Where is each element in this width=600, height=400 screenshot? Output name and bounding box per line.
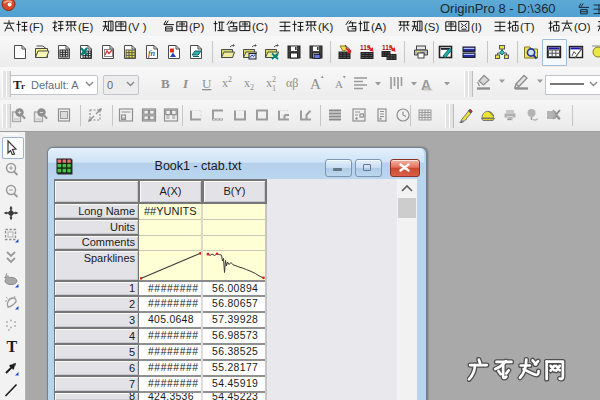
svg-text:(A): (A): [371, 21, 387, 33]
svg-text:(E): (E): [78, 21, 94, 33]
svg-text:B: B: [161, 76, 170, 91]
svg-text:2: 2: [250, 83, 254, 92]
svg-text:(F): (F): [29, 21, 44, 33]
svg-text:I: I: [182, 76, 189, 91]
svg-text:(C): (C): [252, 21, 268, 33]
svg-text:1: 1: [272, 84, 276, 93]
svg-text:(O): (O): [574, 21, 591, 33]
svg-text:A: A: [310, 76, 321, 92]
svg-text:A: A: [335, 78, 343, 90]
svg-text:(V ): (V ): [128, 21, 147, 33]
svg-text:(I): (I): [471, 21, 482, 33]
svg-text:U: U: [202, 76, 212, 91]
svg-text:T: T: [6, 338, 17, 354]
svg-text:(K): (K): [318, 21, 334, 33]
svg-text:2: 2: [228, 75, 232, 84]
svg-text:0: 0: [107, 79, 113, 91]
svg-text:(S): (S): [424, 21, 440, 33]
svg-text:fn: fn: [148, 48, 156, 58]
svg-text:r: r: [21, 81, 25, 91]
svg-text:(P): (P): [189, 21, 205, 33]
svg-text:αβ: αβ: [286, 76, 298, 90]
svg-text:Default: A: Default: A: [31, 79, 79, 91]
svg-text:(T): (T): [520, 21, 535, 33]
